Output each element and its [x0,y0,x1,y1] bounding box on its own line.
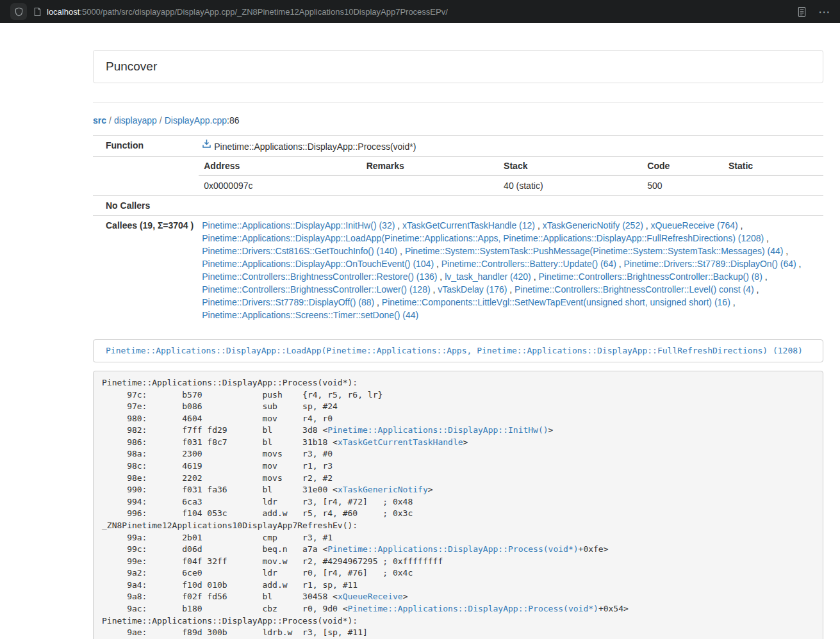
breadcrumb-separator: / [109,115,111,125]
callee-link[interactable]: Pinetime::Applications::DisplayApp::Load… [202,233,764,243]
callee-link[interactable]: Pinetime::Drivers::St7789::DisplayOff() … [202,297,374,307]
app-header-panel: Puncover [93,50,823,83]
callers-row: No Callers [93,196,823,216]
callee-separator: , [374,297,382,307]
callee-separator: , [796,259,802,269]
function-label: Function [93,136,199,157]
breadcrumb-line-number: :86 [227,115,239,125]
code-symbol-link[interactable]: xTaskGetCurrentTaskHandle [338,437,463,447]
callee-link[interactable]: Pinetime::Components::LittleVgl::SetNewT… [382,297,730,307]
divider [93,102,823,103]
stats-table: Address Remarks Stack Code Static 0x0000… [199,157,823,195]
function-name: Pinetime::Applications::DisplayApp::Proc… [214,142,416,152]
callers-cell [199,196,823,216]
stats-header-stack: Stack [498,157,642,175]
callee-link[interactable]: xQueueReceive (764) [651,220,738,231]
callee-link[interactable]: xTaskGenericNotify (252) [543,220,643,231]
shield-button[interactable] [10,3,27,20]
page-content: Puncover src/displayapp/DisplayApp.cpp:8… [93,50,823,639]
callee-separator: , [397,246,405,256]
symbol-info-table: Function Pinetime::Applications::Display… [93,135,823,325]
callee-separator: , [434,259,441,269]
callee-link[interactable]: lv_task_handler (420) [445,271,531,282]
code-symbol-link[interactable]: Pinetime::Applications::DisplayApp::Proc… [327,544,578,554]
code-symbol-link[interactable]: Pinetime::Applications::DisplayApp::Proc… [348,604,598,613]
callees-list: Pinetime::Applications::DisplayApp::Init… [199,216,823,325]
callee-separator: , [783,246,788,256]
reader-view-icon [797,6,807,17]
callee-link[interactable]: Pinetime::Applications::DisplayApp::OnTo… [202,259,434,269]
callee-separator: , [730,297,736,307]
stats-cell: Address Remarks Stack Code Static 0x0000… [199,157,823,196]
stats-data-row: 0x0000097c 40 (static) 500 [199,175,823,195]
callee-link[interactable]: Pinetime::Applications::Screens::Timer::… [202,310,418,320]
callee-separator: , [764,233,769,243]
disassembly: Pinetime::Applications::DisplayApp::Proc… [93,371,823,639]
callee-link[interactable]: vTaskDelay (176) [438,284,507,295]
callee-link[interactable]: Pinetime::Controllers::Battery::Update()… [441,259,616,269]
stats-stack-value: 40 (static) [498,175,642,195]
callee-link[interactable]: Pinetime::Applications::DisplayApp::Init… [202,220,395,231]
stats-static-value [723,175,823,195]
browser-toolbar: localhost:5000/path/src/displayapp/Displ… [0,0,840,23]
breadcrumb-file-link[interactable]: DisplayApp.cpp [165,115,227,125]
function-type-icon [202,139,211,152]
page-icon [33,7,42,17]
callees-label: Callees (19, Σ=3704 ) [93,216,199,325]
callee-separator: , [507,284,515,295]
stats-header-address: Address [199,157,361,175]
function-name-cell: Pinetime::Applications::DisplayApp::Proc… [199,136,823,157]
shield-icon [14,7,24,17]
callee-separator: , [535,220,543,231]
app-title: Puncover [106,60,157,73]
highlighted-callee-box: Pinetime::Applications::DisplayApp::Load… [93,339,823,362]
callee-link[interactable]: Pinetime::Drivers::St7789::DisplayOn() (… [624,259,796,269]
callee-separator: , [395,220,402,231]
stats-address-value: 0x0000097c [199,175,361,195]
code-symbol-link[interactable]: xQueueReceive [338,592,403,601]
callee-link[interactable]: xTaskGetCurrentTaskHandle (12) [402,220,535,231]
callee-separator: , [643,220,651,231]
stats-header-row: Address Remarks Stack Code Static [199,157,823,175]
callee-link[interactable]: Pinetime::Drivers::Cst816S::GetTouchInfo… [202,246,397,256]
highlighted-callee-link[interactable]: Pinetime::Applications::DisplayApp::Load… [106,346,803,355]
callee-separator: , [738,220,743,231]
callee-link[interactable]: Pinetime::Controllers::BrightnessControl… [538,271,762,282]
reader-view-button[interactable] [797,6,807,17]
stats-header-code: Code [642,157,723,175]
function-row: Function Pinetime::Applications::Display… [93,136,823,157]
url-bar[interactable]: localhost:5000/path/src/displayapp/Displ… [47,7,448,17]
url-path: :5000/path/src/displayapp/DisplayApp.cpp… [79,7,448,17]
code-symbol-link[interactable]: Pinetime::Applications::DisplayApp::Init… [327,425,548,435]
callers-label: No Callers [93,196,199,216]
callee-separator: , [616,259,624,269]
callee-link[interactable]: Pinetime::Controllers::BrightnessControl… [202,284,430,295]
stats-row-label [93,157,199,196]
callee-separator: , [431,284,438,295]
callee-separator: , [762,271,768,282]
callee-separator: , [531,271,539,282]
callee-link[interactable]: Pinetime::Controllers::BrightnessControl… [202,271,437,282]
callee-link[interactable]: Pinetime::Controllers::BrightnessControl… [515,284,754,295]
stats-header-static: Static [723,157,823,175]
stats-remarks-value [361,175,498,195]
breadcrumb-src-link[interactable]: src [93,115,106,125]
url-host: localhost [47,7,79,17]
stats-code-value: 500 [642,175,723,195]
breadcrumb-displayapp-link[interactable]: displayapp [114,115,157,125]
breadcrumb-separator: / [160,115,162,125]
callees-row: Callees (19, Σ=3704 ) Pinetime::Applicat… [93,216,823,325]
stats-header-remarks: Remarks [361,157,498,175]
code-symbol-link[interactable]: xTaskGenericNotify [338,485,428,494]
breadcrumb: src/displayapp/DisplayApp.cpp:86 [93,114,823,127]
ellipsis-menu-icon[interactable]: ⋯ [818,6,831,18]
callee-separator: , [437,271,445,282]
callee-link[interactable]: Pinetime::System::SystemTask::PushMessag… [405,246,784,256]
callee-separator: , [754,284,759,295]
stats-row: Address Remarks Stack Code Static 0x0000… [93,157,823,196]
